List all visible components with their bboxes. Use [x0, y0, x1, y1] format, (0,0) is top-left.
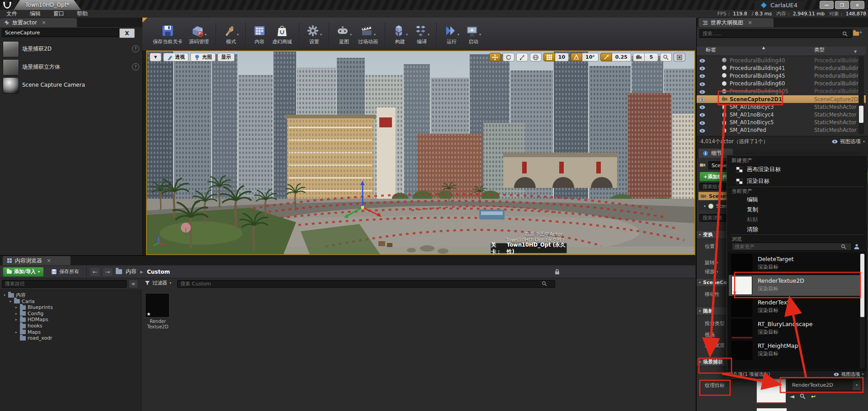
popup-scrollbar[interactable]	[860, 253, 865, 369]
asset-tile[interactable]: ★ Render Textue2D	[145, 293, 170, 330]
visibility-eye-icon[interactable]	[699, 90, 705, 94]
tree-item-folder[interactable]: ▸ HDMaps	[14, 317, 48, 322]
toolbar-button[interactable]: ▾ 模式	[220, 22, 242, 47]
breadcrumb-current[interactable]: Custom	[147, 269, 170, 275]
close-button[interactable]: ✕	[850, 1, 864, 9]
menu-item-new-asset[interactable]: 渲染目标	[727, 176, 868, 187]
place-actors-search-input[interactable]	[2, 28, 119, 37]
outliner-row[interactable]: ProceduralBuilding105 ProceduralBuildin	[697, 88, 866, 95]
viewport-mode-button[interactable]: 光照	[190, 53, 216, 61]
viewport-mode-button[interactable]: 显示	[217, 53, 235, 61]
toolbar-button[interactable]: 保存当前关卡	[150, 22, 186, 47]
chevron-down-icon[interactable]: ▾	[205, 33, 207, 37]
toolbar-button[interactable]: ▾ 构建	[389, 22, 411, 47]
outliner-row[interactable]: ProceduralBuilding40 ProceduralBuildin	[697, 56, 866, 64]
outliner-header[interactable]: 标签 ▲ 类型 ▼	[697, 47, 866, 56]
add-folder-icon[interactable]: +	[853, 30, 862, 37]
menu-item-action[interactable]: 清除	[727, 225, 868, 234]
tab-world-outliner[interactable]: 世界大纲视图 ×	[698, 18, 774, 27]
menu-item-action[interactable]: 编辑	[727, 195, 868, 205]
close-icon[interactable]: ×	[42, 19, 46, 26]
toolbar-button[interactable]: ▾ 编译	[411, 22, 433, 47]
camera-speed-value[interactable]: 5	[645, 53, 658, 61]
close-icon[interactable]: ×	[47, 257, 51, 264]
clear-search-button[interactable]: X	[119, 28, 135, 38]
toolbar-button[interactable]: 虚幻商城	[269, 22, 295, 47]
chevron-down-icon[interactable]: ▾	[3, 293, 6, 297]
move-tool-button[interactable]	[489, 53, 501, 61]
tree-item-folder[interactable]: road_xodr	[14, 335, 52, 341]
chevron-down-icon[interactable]: ▾	[717, 270, 718, 274]
chevron-down-icon[interactable]: ▾	[406, 33, 408, 37]
help-icon[interactable]: ?	[132, 63, 139, 70]
outliner-scrollbar[interactable]	[859, 56, 864, 134]
scale-snap-value[interactable]: 0.25	[612, 53, 631, 61]
toolbar-button[interactable]: ▾ 启动	[462, 22, 484, 47]
viewport-options-button[interactable]: ▼	[150, 53, 161, 61]
visibility-eye-icon[interactable]	[699, 129, 705, 133]
chevron-down-icon[interactable]: ▾	[717, 245, 718, 248]
sources-panel-toggle[interactable]: ≡	[129, 280, 137, 288]
menu-item-action[interactable]: 复制	[727, 205, 868, 215]
chevron-right-icon[interactable]: ▸	[14, 330, 18, 334]
visibility-eye-icon[interactable]	[699, 82, 705, 86]
toolbar-button[interactable]: ▾ 设置	[303, 22, 325, 47]
menu-item[interactable]: 帮助	[71, 10, 94, 18]
forward-button[interactable]: →	[103, 268, 112, 276]
popup-asset-row[interactable]: RT_HeightMap 渲染目标	[729, 340, 861, 361]
toolbar-button[interactable]: 内容	[250, 22, 269, 47]
menu-item[interactable]: 文件	[0, 10, 24, 18]
close-icon[interactable]: ×	[748, 19, 752, 26]
toolbar-button[interactable]: ▾ 源码管理	[186, 22, 212, 47]
placeable-actor-item[interactable]: 场景捕获2D ?	[0, 40, 142, 58]
grid-snap-value[interactable]: 10	[555, 53, 569, 61]
popup-asset-row[interactable]: DeleteTarget 渲染目标	[729, 253, 861, 274]
grid-snap-toggle[interactable]	[543, 53, 555, 61]
placeable-actor-item[interactable]: Scene Capture Camera	[0, 76, 142, 94]
viewport[interactable]: ▼透视光照显示 10 10° 0.25 5 在其中选中Actor: Town10…	[146, 51, 695, 255]
tree-item-folder[interactable]: hooks	[14, 323, 42, 329]
tree-item-folder[interactable]: ▸ Maps	[14, 329, 41, 335]
texture-target-thumbnail[interactable]	[756, 378, 786, 404]
texture-target-dropdown[interactable]: RenderTextue2D ▾	[788, 379, 861, 391]
search-assets-popup-input[interactable]	[731, 243, 852, 251]
outliner-row[interactable]: SM_A01noBicyc4 StaticMeshActor	[697, 111, 866, 118]
toolbar-button[interactable]: ▾ 过场动画	[355, 22, 381, 47]
outliner-row[interactable]: ProceduralBuilding41 ProceduralBuildin	[697, 64, 866, 72]
lock-icon[interactable]	[555, 269, 560, 275]
rotate-tool-button[interactable]	[503, 53, 514, 61]
chevron-down-icon[interactable]: ▾	[717, 261, 718, 265]
viewport-mode-button[interactable]: 透视	[163, 53, 189, 61]
rotation-snap-toggle[interactable]	[571, 53, 582, 61]
outliner-row[interactable]: SM_A01noPed StaticMeshActor	[697, 126, 866, 134]
search-assets-input[interactable]	[177, 280, 555, 288]
breadcrumb-root[interactable]: 内容	[126, 268, 137, 276]
maximize-viewport-button[interactable]	[674, 53, 685, 61]
back-button[interactable]: ←	[90, 268, 99, 276]
scale-tool-button[interactable]	[516, 53, 528, 61]
level-tab[interactable]: Town10HD_Opt*	[14, 0, 81, 10]
chevron-right-icon[interactable]: ▸	[14, 318, 18, 322]
chevron-down-icon[interactable]: ▾	[458, 33, 459, 37]
tab-place-actors[interactable]: 放置actor ×	[0, 18, 77, 27]
outliner-search-input[interactable]	[699, 29, 852, 38]
menu-item[interactable]: 窗口	[47, 10, 71, 18]
visibility-eye-icon[interactable]	[699, 98, 705, 102]
chevron-down-icon[interactable]: ▾	[479, 33, 481, 37]
save-all-button[interactable]: 保存所有	[47, 267, 83, 276]
world-coordinate-button[interactable]	[530, 53, 542, 61]
help-icon[interactable]: ?	[132, 45, 139, 52]
camera-speed-icon[interactable]	[633, 53, 645, 61]
outliner-row[interactable]: SceneCapture2D1 SceneCapture2D	[697, 95, 866, 103]
chevron-down-icon[interactable]: ▾	[374, 33, 376, 37]
visibility-eye-icon[interactable]	[699, 74, 705, 78]
popup-asset-row[interactable]: ★ RenderTextue2D 渲染目标	[729, 275, 861, 296]
scale-snap-toggle[interactable]	[600, 53, 612, 61]
chevron-down-icon[interactable]: ▾	[320, 33, 322, 37]
menu-item[interactable]: 编辑	[24, 10, 47, 18]
chevron-down-icon[interactable]: ▾	[428, 33, 429, 37]
restore-button[interactable]: ❐	[835, 1, 849, 9]
visibility-eye-icon[interactable]	[699, 66, 705, 70]
tree-item-folder[interactable]: ▾ 内容	[3, 292, 26, 298]
tab-content-browser[interactable]: 内容浏览器 ×	[3, 256, 71, 265]
